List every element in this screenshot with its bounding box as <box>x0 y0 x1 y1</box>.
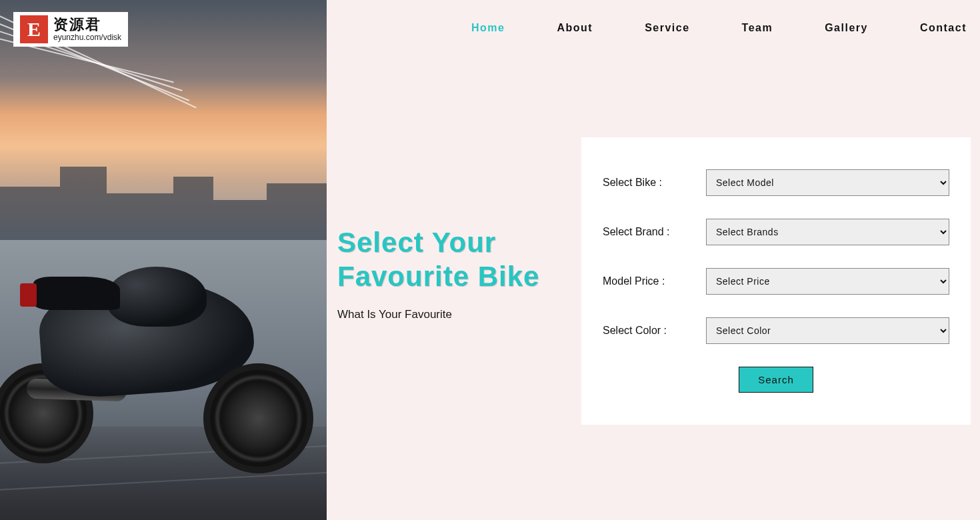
nav-team[interactable]: Team <box>742 22 773 34</box>
logo[interactable]: E 资源君 eyunzhu.com/vdisk <box>13 12 128 47</box>
logo-text-main: 资源君 <box>53 17 121 33</box>
select-brand[interactable]: Select Brands <box>706 219 949 245</box>
search-form: Select Bike : Select Model Select Brand … <box>581 137 971 425</box>
form-actions: Search <box>603 367 949 393</box>
nav-contact[interactable]: Contact <box>920 22 967 34</box>
hero-text-block: Select Your Favourite Bike What Is Your … <box>337 225 571 321</box>
form-row-bike: Select Bike : Select Model <box>603 169 949 196</box>
logo-text: 资源君 eyunzhu.com/vdisk <box>53 17 121 41</box>
page-subtitle: What Is Your Favourite <box>337 308 571 321</box>
nav-gallery[interactable]: Gallery <box>825 22 868 34</box>
form-row-color: Select Color : Select Color <box>603 317 949 344</box>
nav-service[interactable]: Service <box>645 22 689 34</box>
nav-home[interactable]: Home <box>471 22 505 34</box>
logo-text-sub: eyunzhu.com/vdisk <box>53 33 121 42</box>
hero-image <box>0 0 327 520</box>
form-row-price: Model Price : Select Price <box>603 268 949 295</box>
logo-mark: E <box>20 15 48 43</box>
search-button[interactable]: Search <box>739 367 813 393</box>
select-color[interactable]: Select Color <box>706 317 949 344</box>
label-select-brand: Select Brand : <box>603 226 706 238</box>
select-price[interactable]: Select Price <box>706 268 949 295</box>
hero-motorcycle-decor <box>7 200 327 480</box>
page-title: Select Your Favourite Bike <box>337 225 571 293</box>
label-select-bike: Select Bike : <box>603 177 706 189</box>
label-model-price: Model Price : <box>603 275 706 287</box>
main-nav: Home About Service Team Gallery Contact <box>471 12 967 34</box>
nav-about[interactable]: About <box>557 22 593 34</box>
header: E 资源君 eyunzhu.com/vdisk Home About Servi… <box>0 0 980 57</box>
label-select-color: Select Color : <box>603 325 706 337</box>
select-bike[interactable]: Select Model <box>706 169 949 196</box>
form-row-brand: Select Brand : Select Brands <box>603 219 949 245</box>
